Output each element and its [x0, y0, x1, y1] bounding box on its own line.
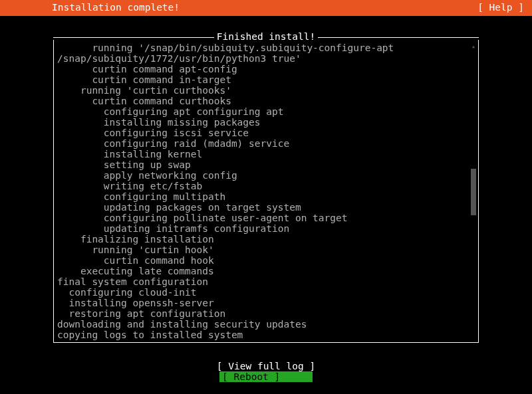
log-line: running '/snap/bin/subiquity.subiquity-c…: [57, 43, 469, 53]
header-bar: Installation complete! [ Help ]: [0, 0, 532, 16]
log-line: configuring cloud-init: [57, 287, 469, 298]
log-line: configuring pollinate user-agent on targ…: [57, 213, 469, 223]
log-line: restoring apt configuration: [57, 308, 469, 319]
log-line: copying logs to installed system: [57, 330, 469, 340]
log-line: running 'curtin curthooks': [57, 85, 469, 96]
panel-border-left: [53, 40, 54, 343]
page-title: Installation complete!: [52, 3, 180, 13]
help-button[interactable]: [ Help ]: [477, 3, 524, 13]
log-line: updating initramfs configuration: [57, 223, 469, 234]
log-line: curtin command in-target: [57, 74, 469, 85]
log-line: installing openssh-server: [57, 298, 469, 308]
log-line: configuring multipath: [57, 191, 469, 202]
panel-border-right: [478, 40, 479, 343]
view-full-log-button[interactable]: [ View full log ]: [217, 361, 315, 371]
log-line: /snap/subiquity/1772/usr/bin/python3 tru…: [57, 53, 469, 64]
log-line: downloading and installing security upda…: [57, 319, 469, 330]
log-line: apply networking config: [57, 170, 469, 181]
log-line: curtin command curthooks: [57, 96, 469, 106]
install-log-panel: Finished install! running '/snap/bin/sub…: [53, 32, 479, 343]
log-line: setting up swap: [57, 159, 469, 170]
panel-title: Finished install!: [217, 32, 315, 41]
log-output: running '/snap/bin/subiquity.subiquity-c…: [57, 43, 469, 340]
scrollbar[interactable]: ▴: [471, 43, 476, 340]
log-line: executing late commands: [57, 266, 469, 276]
log-line: writing etc/fstab: [57, 181, 469, 191]
log-line: curtin command apt-config: [57, 64, 469, 74]
log-line: configuring raid (mdadm) service: [57, 138, 469, 149]
log-line: configuring iscsi service: [57, 128, 469, 138]
reboot-button[interactable]: [ Reboot ]: [219, 371, 313, 382]
log-line: running 'curtin hook': [57, 245, 469, 255]
log-line: installing kernel: [57, 149, 469, 159]
scrollbar-thumb[interactable]: [471, 169, 476, 215]
log-line: updating packages on target system: [57, 202, 469, 213]
scroll-up-icon[interactable]: ▴: [471, 43, 476, 50]
log-line: curtin command hook: [57, 255, 469, 266]
log-line: configuring apt configuring apt: [57, 106, 469, 117]
action-buttons: [ View full log ] [ Reboot ]: [0, 361, 532, 382]
log-line: finalizing installation: [57, 234, 469, 245]
log-line: installing missing packages: [57, 117, 469, 128]
panel-border-top: Finished install!: [53, 32, 479, 41]
panel-border-bottom: [53, 342, 479, 343]
log-line: final system configuration: [57, 276, 469, 287]
